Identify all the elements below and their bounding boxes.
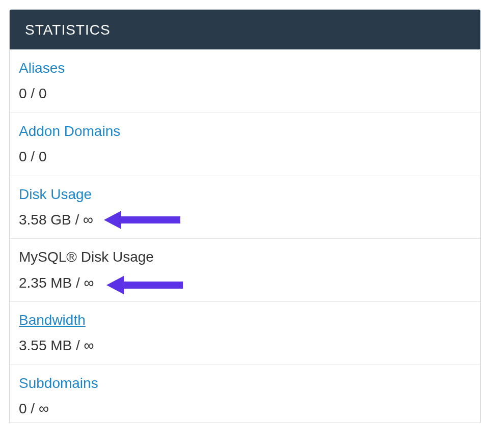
- stat-label-addon-domains[interactable]: Addon Domains: [19, 121, 120, 141]
- stat-value-disk-usage: 3.58 GB / ∞: [19, 211, 471, 229]
- stat-label-disk-usage[interactable]: Disk Usage: [19, 184, 92, 204]
- stat-value-mysql-disk-usage: 2.35 MB / ∞: [19, 274, 471, 292]
- stat-label-bandwidth[interactable]: Bandwidth: [19, 310, 86, 330]
- stat-label-subdomains[interactable]: Subdomains: [19, 373, 98, 393]
- stat-row-bandwidth: Bandwidth 3.55 MB / ∞: [10, 301, 480, 365]
- stat-value-addon-domains: 0 / 0: [19, 148, 471, 165]
- stat-row-mysql-disk-usage: MySQL® Disk Usage 2.35 MB / ∞: [10, 238, 480, 301]
- stat-row-aliases: Aliases 0 / 0: [10, 49, 480, 113]
- stat-row-disk-usage: Disk Usage 3.58 GB / ∞: [10, 176, 480, 239]
- statistics-panel: STATISTICS Aliases 0 / 0 Addon Domains 0…: [9, 9, 481, 423]
- stat-value-bandwidth: 3.55 MB / ∞: [19, 337, 471, 354]
- stat-value-aliases: 0 / 0: [19, 85, 471, 102]
- stat-value-subdomains: 0 / ∞: [19, 400, 471, 417]
- stat-row-addon-domains: Addon Domains 0 / 0: [10, 113, 480, 176]
- stat-label-aliases[interactable]: Aliases: [19, 58, 65, 78]
- panel-title: STATISTICS: [10, 10, 480, 49]
- stat-label-mysql-disk-usage: MySQL® Disk Usage: [19, 247, 154, 267]
- stat-row-subdomains: Subdomains 0 / ∞: [10, 365, 480, 423]
